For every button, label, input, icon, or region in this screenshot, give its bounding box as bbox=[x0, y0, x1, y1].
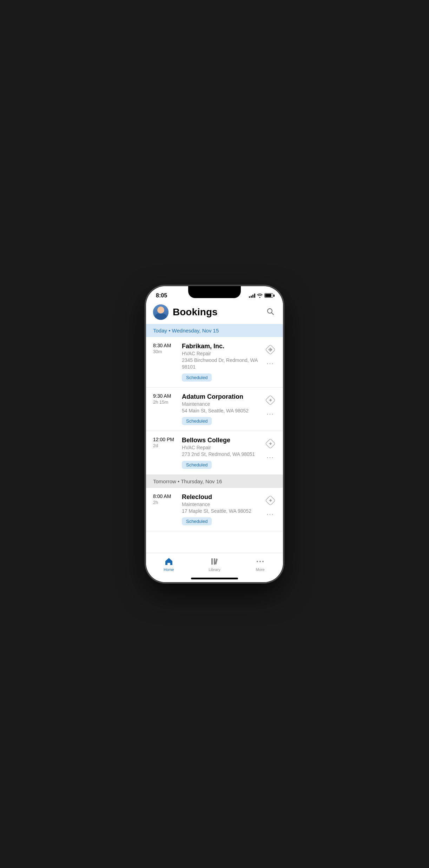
section-header-today: Today • Wednesday, Nov 15 bbox=[146, 324, 283, 337]
section-header-tomorrow: Tomorrow • Thursday, Nov 16 bbox=[146, 475, 283, 488]
booking-actions-3: ··· bbox=[265, 437, 276, 461]
home-indicator bbox=[191, 578, 238, 579]
search-icon bbox=[266, 307, 275, 316]
ellipsis-icon: ··· bbox=[266, 454, 274, 460]
booking-item-2: 9:30 AM 2h 15m Adatum Corporation Mainte… bbox=[146, 388, 283, 431]
navigation-icon bbox=[265, 439, 275, 449]
more-icon bbox=[255, 557, 265, 566]
booking-item-4: 8:00 AM 2h Relecloud Maintenance 17 Mapl… bbox=[146, 488, 283, 532]
booking-time-3: 12:00 PM 2d bbox=[153, 437, 178, 448]
booking-details-3: Bellows College HVAC Repair 273 2nd St, … bbox=[182, 437, 260, 469]
phone-frame: 8:05 bbox=[146, 286, 283, 582]
notch bbox=[188, 286, 241, 298]
ellipsis-icon: ··· bbox=[266, 411, 274, 417]
battery-icon bbox=[264, 293, 273, 298]
more-button-4[interactable]: ··· bbox=[266, 510, 275, 518]
booking-details-1: Fabrikam, Inc. HVAC Repair 2345 Birchwoo… bbox=[182, 343, 260, 382]
content-area: Today • Wednesday, Nov 15 8:30 AM 30m Fa… bbox=[146, 324, 283, 553]
more-button-1[interactable]: ··· bbox=[266, 359, 275, 367]
app-header: Bookings bbox=[146, 302, 283, 324]
status-time: 8:05 bbox=[156, 292, 167, 299]
svg-line-1 bbox=[272, 313, 274, 315]
booking-time-1: 8:30 AM 30m bbox=[153, 343, 178, 354]
navigate-button-2[interactable] bbox=[265, 395, 276, 406]
booking-details-4: Relecloud Maintenance 17 Maple St, Seatt… bbox=[182, 493, 260, 526]
navigation-icon bbox=[265, 345, 275, 355]
booking-actions-2: ··· bbox=[265, 393, 276, 418]
tab-home[interactable]: Home bbox=[146, 557, 192, 572]
booking-item-3: 12:00 PM 2d Bellows College HVAC Repair … bbox=[146, 431, 283, 475]
tab-more[interactable]: More bbox=[237, 557, 283, 572]
svg-rect-6 bbox=[211, 558, 213, 565]
svg-point-8 bbox=[257, 561, 258, 562]
more-button-2[interactable]: ··· bbox=[266, 410, 275, 418]
svg-point-9 bbox=[259, 561, 261, 562]
booking-item-1: 8:30 AM 30m Fabrikam, Inc. HVAC Repair 2… bbox=[146, 337, 283, 388]
tab-home-label: Home bbox=[164, 567, 174, 572]
ellipsis-icon: ··· bbox=[266, 511, 274, 517]
more-button-3[interactable]: ··· bbox=[266, 453, 275, 461]
booking-time-4: 8:00 AM 2h bbox=[153, 493, 178, 505]
booking-actions-4: ··· bbox=[265, 493, 276, 518]
wifi-icon bbox=[257, 294, 263, 298]
navigation-icon bbox=[265, 496, 275, 505]
tab-more-label: More bbox=[256, 567, 264, 572]
navigate-button-4[interactable] bbox=[265, 495, 276, 506]
status-badge-4: Scheduled bbox=[182, 517, 212, 525]
booking-details-2: Adatum Corporation Maintenance 54 Main S… bbox=[182, 393, 260, 425]
avatar[interactable] bbox=[153, 304, 169, 320]
app-title: Bookings bbox=[173, 307, 218, 318]
tab-library[interactable]: Library bbox=[192, 557, 237, 572]
navigate-button-3[interactable] bbox=[265, 438, 276, 449]
status-badge-1: Scheduled bbox=[182, 374, 212, 382]
navigation-icon bbox=[265, 395, 275, 405]
status-badge-2: Scheduled bbox=[182, 417, 212, 425]
status-badge-3: Scheduled bbox=[182, 461, 212, 469]
phone-screen: 8:05 bbox=[146, 286, 283, 582]
signal-icon bbox=[249, 294, 255, 298]
home-icon bbox=[164, 557, 174, 566]
tab-library-label: Library bbox=[209, 567, 220, 572]
booking-time-2: 9:30 AM 2h 15m bbox=[153, 393, 178, 405]
booking-actions-1: ··· bbox=[265, 343, 276, 367]
search-button[interactable] bbox=[265, 306, 276, 318]
svg-point-10 bbox=[262, 561, 264, 562]
navigate-button-1[interactable] bbox=[265, 344, 276, 355]
ellipsis-icon: ··· bbox=[266, 360, 274, 366]
header-left: Bookings bbox=[153, 304, 218, 320]
status-icons bbox=[249, 293, 273, 298]
library-icon bbox=[210, 557, 219, 566]
